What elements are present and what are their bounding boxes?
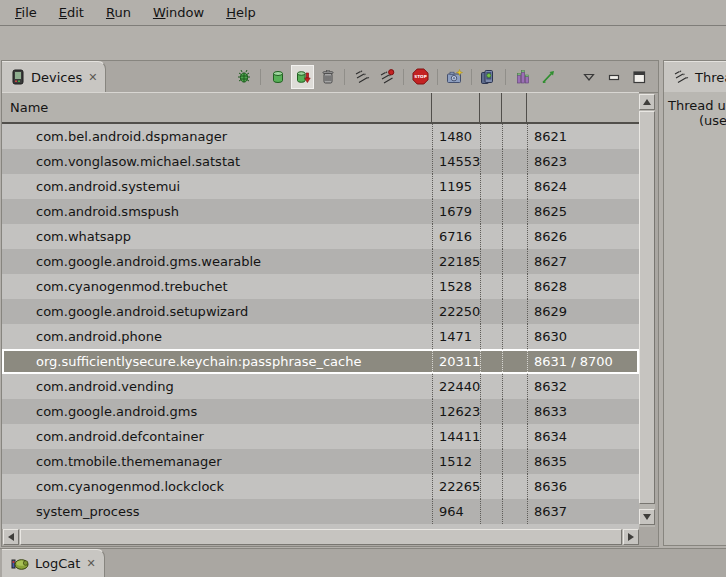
stop-process-icon[interactable]: STOP [410, 66, 431, 88]
tab-devices-close-icon[interactable]: ✕ [88, 71, 96, 84]
menu-help[interactable]: Help [217, 2, 265, 23]
toolbar-separator [471, 69, 472, 85]
cell-port: 8632 [527, 374, 639, 399]
cell-pid: 14553 [432, 149, 480, 174]
view-menu-icon[interactable] [578, 66, 599, 88]
cell-c1 [480, 274, 502, 299]
table-row[interactable]: com.android.vending224408632 [2, 374, 639, 399]
table-row[interactable]: com.android.systemui11958624 [2, 174, 639, 199]
menu-run[interactable]: Run [97, 2, 140, 23]
cell-port: 8624 [527, 174, 639, 199]
screen-capture-icon[interactable] [444, 66, 465, 88]
scroll-up-button[interactable] [639, 94, 655, 110]
update-threads-icon[interactable] [351, 66, 372, 88]
tab-threads[interactable]: Threads [664, 61, 726, 92]
cell-name: com.android.smspush [2, 199, 432, 224]
update-heap-icon[interactable] [267, 66, 288, 88]
table-row[interactable]: com.bel.android.dspmanager14808621 [2, 124, 639, 149]
vertical-scrollbar-thumb[interactable] [639, 111, 655, 504]
menu-edit[interactable]: Edit [50, 2, 93, 23]
cell-c2 [502, 399, 527, 424]
menu-help-label-rest: elp [236, 5, 256, 20]
cell-port: 8635 [527, 449, 639, 474]
cell-c2 [502, 174, 527, 199]
tab-logcat[interactable]: LogCat ✕ [2, 549, 105, 577]
cell-name: com.cyanogenmod.trebuchet [2, 274, 432, 299]
cell-name: com.google.android.setupwizard [2, 299, 432, 324]
scroll-down-button[interactable] [639, 509, 655, 525]
menu-file[interactable]: File [6, 2, 46, 23]
menu-edit-label-rest: dit [67, 5, 84, 20]
table-row[interactable]: com.cyanogenmod.trebuchet15288628 [2, 274, 639, 299]
cell-c1 [480, 324, 502, 349]
table-row[interactable]: com.android.phone14718630 [2, 324, 639, 349]
column-header-name[interactable]: Name [2, 93, 432, 122]
devices-tab-row: Devices ✕ [2, 61, 658, 93]
column-header-heap[interactable] [480, 93, 502, 122]
minimize-icon[interactable] [603, 66, 624, 88]
table-row[interactable]: com.vonglasow.michael.satstat145538623 [2, 149, 639, 174]
maximize-icon[interactable] [628, 66, 649, 88]
start-opengl-trace-icon[interactable] [537, 66, 558, 88]
vertical-scrollbar[interactable] [639, 94, 655, 527]
column-header-port[interactable] [527, 93, 639, 122]
horizontal-scrollbar[interactable] [3, 529, 639, 545]
cell-c2 [502, 474, 527, 499]
cell-c2 [502, 499, 527, 524]
logcat-icon [11, 557, 29, 571]
bottom-tab-bar: LogCat ✕ [0, 548, 726, 577]
dump-hprof-icon[interactable] [292, 66, 313, 88]
menu-window-label-rest: indow [165, 5, 204, 20]
cell-pid: 1471 [432, 324, 480, 349]
cell-port: 8625 [527, 199, 639, 224]
table-row[interactable]: com.cyanogenmod.lockclock222658636 [2, 474, 639, 499]
column-header-threads[interactable] [502, 93, 527, 122]
scroll-left-button[interactable] [3, 529, 19, 545]
cause-gc-icon[interactable] [317, 66, 338, 88]
cell-c2 [502, 249, 527, 274]
tab-logcat-close-icon[interactable]: ✕ [86, 557, 94, 570]
table-row[interactable]: com.tmobile.thememanager15128635 [2, 449, 639, 474]
table-row[interactable]: com.google.android.gms.wearable221858627 [2, 249, 639, 274]
cell-c2 [502, 199, 527, 224]
cell-c1 [480, 224, 502, 249]
cell-pid: 22440 [432, 374, 480, 399]
table-row[interactable]: com.google.android.gms126238633 [2, 399, 639, 424]
menu-window[interactable]: Window [144, 2, 213, 23]
table-row[interactable]: system_process9648637 [2, 499, 639, 524]
table-row[interactable]: com.android.smspush16798625 [2, 199, 639, 224]
horizontal-scrollbar-thumb[interactable] [20, 529, 622, 545]
cell-port: 8631 / 8700 [527, 349, 639, 374]
cell-c1 [480, 424, 502, 449]
cell-pid: 1512 [432, 449, 480, 474]
threads-view: Threads Thread updates not enabled for s… [663, 60, 726, 546]
menu-help-label: H [226, 5, 236, 20]
table-row[interactable]: com.google.android.setupwizard222508629 [2, 299, 639, 324]
cell-c1 [480, 374, 502, 399]
toolbar-separator [260, 69, 261, 85]
table-row[interactable]: com.android.defcontainer144118634 [2, 424, 639, 449]
cell-pid: 1679 [432, 199, 480, 224]
cell-name: com.google.android.gms.wearable [2, 249, 432, 274]
screen-record-icon[interactable] [478, 66, 499, 88]
tab-devices-label: Devices [31, 70, 82, 85]
cell-pid: 1528 [432, 274, 480, 299]
menu-file-label-rest: ile [22, 5, 37, 20]
scroll-right-button[interactable] [623, 529, 639, 545]
cell-name: com.tmobile.thememanager [2, 449, 432, 474]
cell-c1 [480, 249, 502, 274]
tab-devices[interactable]: Devices ✕ [2, 61, 106, 92]
debug-process-icon[interactable] [233, 66, 254, 88]
cell-port: 8633 [527, 399, 639, 424]
cell-c2 [502, 449, 527, 474]
threads-message-line1: Thread updates not enabled for selected … [668, 98, 726, 113]
dump-view-hierarchy-icon[interactable] [512, 66, 533, 88]
tab-threads-label: Threads [695, 70, 726, 85]
cell-c2 [502, 124, 527, 149]
cell-c1 [480, 174, 502, 199]
table-row[interactable]: com.whatsapp67168626 [2, 224, 639, 249]
column-header-pid[interactable] [432, 93, 480, 122]
stop-icon-label: STOP [414, 74, 427, 79]
start-method-profiling-icon[interactable] [376, 66, 397, 88]
table-row[interactable]: org.sufficientlysecure.keychain:passphra… [2, 349, 639, 374]
